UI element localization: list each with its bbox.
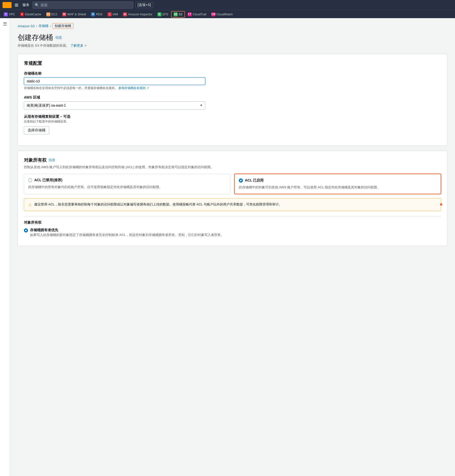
copy-section-label: 从现有存储桶复制设置 – 可选 xyxy=(24,114,441,119)
search-bar[interactable]: 🔍 xyxy=(32,2,133,9)
shortcut-cloudwatch[interactable]: CW CloudWatch xyxy=(209,11,235,17)
bucket-naming-rules-link[interactable]: 参阅存储桶命名规则 xyxy=(118,86,146,90)
shortcut-cloudtrail[interactable]: CT CloudTrail xyxy=(185,11,209,17)
general-config-title: 常规配置 xyxy=(24,60,441,66)
object-ownership-card: 对象所有权 信息 控制从其他 AWS 账户写入到此存储桶的对象所有权以及访问控制… xyxy=(18,151,447,246)
s3-icon: S3 xyxy=(174,12,178,16)
rds-icon: R xyxy=(91,12,95,16)
search-icon: 🔍 xyxy=(35,3,39,7)
shortcut-inspector-label: Amazon Inspector xyxy=(128,13,152,16)
aws-logo xyxy=(3,2,12,8)
options-label[interactable]: [选项+S] xyxy=(135,2,153,8)
bucket-name-hint: 存储桶名称在全局命名空间中必须是唯一的，并遵循存储桶命名规则。 参阅存储桶命名规… xyxy=(24,86,441,90)
bucket-name-hint-text: 存储桶名称在全局命名空间中必须是唯一的，并遵循存储桶命名规则。 xyxy=(24,86,118,90)
acl-disabled-radio[interactable] xyxy=(28,178,32,182)
acl-enabled-header: ACL 已启用 xyxy=(239,178,437,183)
copy-section-sublabel: 仅复制以下配置中的存储桶设置。 xyxy=(24,120,441,124)
warning-text: 建议禁用 ACL，除非您需要单独控制每个对象的访问权限或让对象编写者拥有他们上传… xyxy=(34,202,437,207)
acl-enabled-radio[interactable] xyxy=(239,178,243,183)
external-link-icon: ↗ xyxy=(84,44,86,47)
bucket-name-field: 存储桶名称 存储桶名称在全局命名空间中必须是唯一的，并遵循存储桶命名规则。 参阅… xyxy=(24,71,441,90)
shortcut-elasticache-label: ElastiCache xyxy=(25,13,41,16)
breadcrumb-sep1: › xyxy=(36,24,37,28)
shortcut-iam[interactable]: I IAM xyxy=(105,11,120,17)
page-subtitle: 存储桶是在 S3 中存储数据的容器。 了解更多 ↗ xyxy=(18,43,447,48)
object-ownership-sub-title: 对象所有权 xyxy=(24,220,441,225)
breadcrumb-home[interactable]: Amazon S3 xyxy=(18,24,35,28)
warning-icon: ⚠ xyxy=(28,202,32,207)
object-ownership-info-link[interactable]: 信息 xyxy=(49,158,55,162)
acl-disabled-header: ACL 已禁用(推荐) xyxy=(28,178,226,183)
warning-dot xyxy=(440,203,442,206)
iam-icon: I xyxy=(108,12,112,16)
main-content: Amazon S3 › 存储桶 › 创建存储桶 创建存储桶 信息 存储桶是在 S… xyxy=(10,18,455,476)
page-info-link[interactable]: 信息 xyxy=(55,35,62,40)
page-title: 创建存储桶 xyxy=(18,33,53,42)
owner-preferred-radio[interactable] xyxy=(24,228,28,232)
acl-disabled-title: ACL 已禁用(推荐) xyxy=(34,178,62,183)
bucket-name-input[interactable] xyxy=(24,77,205,85)
cloudwatch-icon: CW xyxy=(211,12,215,16)
owner-preferred-option[interactable]: 存储桶拥有者优先 如果写入此存储桶的新对象指定了存储桶拥有者完全控制标准 ACL… xyxy=(24,228,441,237)
page-title-row: 创建存储桶 信息 xyxy=(18,33,447,42)
owner-preferred-desc: 如果写入此存储桶的新对象指定了存储桶拥有者完全控制标准 ACL，则这些对象归存储… xyxy=(30,232,224,237)
page-subtitle-text: 存储桶是在 S3 中存储数据的容器。 xyxy=(18,44,69,47)
search-input[interactable] xyxy=(41,3,131,7)
shortcut-inspector[interactable]: AI Amazon Inspector xyxy=(121,11,155,17)
shortcut-cloudtrail-label: CloudTrail xyxy=(193,13,206,16)
acl-disabled-option[interactable]: ACL 已禁用(推荐) 此存储桶中的所有对象均归此账户所有。仅可使用策略指定对此… xyxy=(24,174,230,194)
page-layout: ☰ Amazon S3 › 存储桶 › 创建存储桶 创建存储桶 信息 存储桶是在… xyxy=(0,18,455,476)
aws-region-label: AWS 区域 xyxy=(24,95,441,100)
aws-region-select[interactable]: 南美洲(圣保罗) sa-east-1 美国东部(弗吉尼亚北部) us-east-… xyxy=(24,101,205,109)
sidebar-toggle[interactable]: ☰ xyxy=(0,18,10,476)
breadcrumb: Amazon S3 › 存储桶 › 创建存储桶 xyxy=(18,23,447,29)
shortcut-waf-label: WAF & Shield xyxy=(67,13,86,16)
shortcut-elasticache[interactable]: E ElastiCache xyxy=(18,11,44,17)
bucket-name-label: 存储桶名称 xyxy=(24,71,441,76)
top-nav: ⊞ 服务 🔍 [选项+S] xyxy=(0,0,455,10)
grid-icon[interactable]: ⊞ xyxy=(14,2,19,8)
acl-enabled-desc: 此存储桶中的对象可归其他 AWS 账户所有。可以使用 ACL 指定对此存储桶及其… xyxy=(239,185,437,190)
object-ownership-title: 对象所有权 xyxy=(24,157,47,163)
object-ownership-desc: 控制从其他 AWS 账户写入到此存储桶的对象所有权以及访问控制列表 (ACL) … xyxy=(24,165,441,170)
copy-from-bucket-field: 从现有存储桶复制设置 – 可选 仅复制以下配置中的存储桶设置。 选择存储桶 xyxy=(24,114,441,134)
owner-preferred-title: 存储桶拥有者优先 xyxy=(30,228,224,232)
aws-region-field: AWS 区域 南美洲(圣保罗) sa-east-1 美国东部(弗吉尼亚北部) u… xyxy=(24,95,441,109)
aws-region-select-wrapper: 南美洲(圣保罗) sa-east-1 美国东部(弗吉尼亚北部) us-east-… xyxy=(24,101,205,109)
shortcuts-bar: V VPC E ElastiCache EC EC2 W WAF & Shiel… xyxy=(0,10,455,18)
shortcut-s3-label: S3 xyxy=(179,13,182,16)
shortcut-rds-label: RDS xyxy=(96,13,102,16)
learn-more-link[interactable]: 了解更多 xyxy=(70,44,83,47)
breadcrumb-current: 创建存储桶 xyxy=(52,23,73,29)
shortcut-vpc[interactable]: V VPC xyxy=(2,11,17,17)
shortcut-cloudwatch-label: CloudWatch xyxy=(216,13,233,16)
cloudtrail-icon: CT xyxy=(188,12,192,16)
acl-enabled-title: ACL 已启用 xyxy=(245,178,264,183)
services-label[interactable]: 服务 xyxy=(21,3,30,7)
shortcut-ec2[interactable]: EC EC2 xyxy=(44,11,59,17)
warning-box: ⚠ 建议禁用 ACL，除非您需要单独控制每个对象的访问权限或让对象编写者拥有他们… xyxy=(24,198,441,211)
breadcrumb-sep2: › xyxy=(50,24,51,28)
shortcut-vpc-label: VPC xyxy=(9,13,15,16)
vpc-icon: V xyxy=(4,12,8,16)
shortcut-efs-label: EFS xyxy=(162,13,168,16)
shortcut-waf[interactable]: W WAF & Shield xyxy=(60,11,88,17)
waf-icon: W xyxy=(62,12,66,16)
shortcut-rds[interactable]: R RDS xyxy=(89,11,105,17)
divider xyxy=(24,216,441,216)
elasticache-icon: E xyxy=(20,12,24,16)
efs-icon: E xyxy=(157,12,161,16)
inspector-icon: AI xyxy=(123,12,127,16)
acl-enabled-option[interactable]: ACL 已启用 此存储桶中的对象可归其他 AWS 账户所有。可以使用 ACL 指… xyxy=(234,174,441,194)
shortcut-iam-label: IAM xyxy=(113,13,118,16)
select-bucket-button[interactable]: 选择存储桶 xyxy=(24,126,49,134)
ec2-icon: EC xyxy=(46,12,50,16)
acl-disabled-desc: 此存储桶中的所有对象均归此账户所有。仅可使用策略指定对此存储桶及其对象的访问权限… xyxy=(28,185,226,190)
general-config-card: 常规配置 存储桶名称 存储桶名称在全局命名空间中必须是唯一的，并遵循存储桶命名规… xyxy=(18,54,447,146)
naming-rules-external-icon: ↗ xyxy=(147,86,149,90)
shortcut-ec2-label: EC2 xyxy=(51,13,57,16)
ownership-options: ACL 已禁用(推荐) 此存储桶中的所有对象均归此账户所有。仅可使用策略指定对此… xyxy=(24,174,441,194)
shortcut-efs[interactable]: E EFS xyxy=(155,11,171,17)
breadcrumb-parent[interactable]: 存储桶 xyxy=(39,24,48,28)
shortcut-s3[interactable]: S3 S3 xyxy=(171,11,185,18)
